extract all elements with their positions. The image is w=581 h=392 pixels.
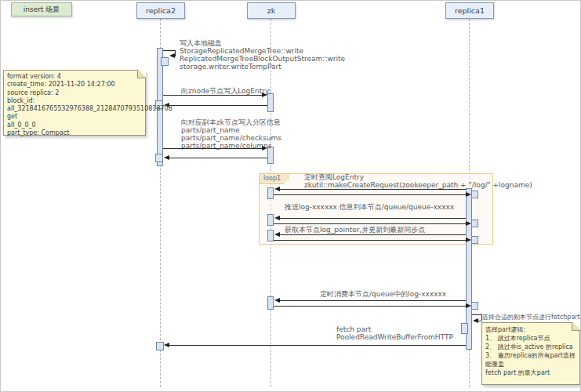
arrowhead-left-icon [274,298,280,303]
msg-push-line [280,218,466,219]
arrowhead-left-icon [164,155,169,160]
arrowhead-right-icon [466,238,471,242]
arrowhead-left-icon [164,343,169,347]
msg-select-line [472,314,481,315]
msg-pointer-return [274,240,466,241]
msg-consume-line [280,300,466,301]
message-write-partition-info: 向对应副本zk节点写入分区信息 parts/part_name parts/pa… [181,118,281,150]
note-line: all_0_0_0 [7,122,142,129]
activation-replica1-nested2 [471,220,478,227]
message-write-local-disk: 写入本地磁盘 StorageReplicatedMergeTree::write… [180,39,345,71]
msg-select-bend [481,314,482,321]
message-line: storage.writer.writeTempPart [180,63,345,71]
participant-replica2: replica2 [136,2,185,19]
arrowhead-left-icon [274,232,280,237]
message-line: zkutil::makeCreateRequest(zookeeper_path… [304,181,532,189]
note-part-metadata: format version: 4 create_time: 2021-11-2… [3,70,146,136]
note-line: source replica: 2 [7,89,142,97]
participant-zk: zk [247,2,296,19]
msg-write-local-bend [175,50,176,56]
message-fetch-part: fetch part PooledReadWriteBufferFromHTTP [336,325,453,341]
msg-consume-return [274,306,466,307]
message-line: 向对应副本zk节点写入分区信息 [181,118,281,126]
activation-replica2-return2 [155,154,163,162]
note-line: block_id: [7,97,142,105]
note-fold-icon [137,70,146,78]
msg-fetch-line [169,345,466,346]
message-write-log-entry: 向znode节点写入LogEntry: [181,87,271,95]
note-line: create_time: 2021-11-20 14:27:00 [7,81,142,89]
arrowhead-left-icon [274,187,280,191]
message-consume-log: 定时消费本节点/queue中的log-xxxxxx [320,290,446,298]
note-line: part_type: Compact [7,129,142,137]
message-line: PooledReadWriteBufferFromHTTP [336,333,453,341]
message-line: fetch part [336,325,453,333]
message-line: StorageReplicatedMergeTree::write [180,47,345,55]
arrowhead-right-icon [466,303,471,308]
msg-poll-line [280,189,466,190]
msg-push-return [274,223,466,224]
note-fold-icon [572,322,580,331]
msg-log-entry-line [163,95,262,96]
message-line: 写入本地磁盘 [180,39,345,47]
note-line: get [7,113,142,121]
activation-replica2-self [161,57,169,66]
scene-title-box: insert 场景 [11,2,72,16]
message-line: parts/part_name/checksums [181,134,281,142]
note-select-part-logic: 选择part逻辑: 1、 跳过本replica节点 2、 跳过非is_activ… [481,322,580,385]
activation-replica1-nested1 [471,191,478,198]
activation-zk-6 [267,296,274,310]
message-line: parts/part_name [181,126,281,134]
arrowhead-left-icon [274,216,280,220]
note-line: fetch part 的最大part [485,368,576,377]
msg-write-local-line [163,50,175,51]
arrowhead-right-icon [466,192,471,197]
arrowhead-left-icon [473,318,478,323]
msg-select-return [478,321,481,321]
message-poll-log-entry: 定时查阅LogEntry zkutil::makeCreateRequest(z… [304,173,532,189]
note-line: format version: 4 [7,73,142,81]
message-select-replica: 选择合适的副本节点进行fetchpart [482,314,580,321]
arrowhead-right-icon [262,93,267,97]
message-line: 定时查阅LogEntry [304,173,532,181]
activation-zk-1 [267,93,274,112]
activation-replica2-fetch [156,342,164,350]
arrowhead-left-icon [169,53,175,58]
activation-zk-5 [267,230,274,241]
msg-poll-return [274,194,466,195]
note-line: all_3218416765532976388_2128470793510818… [7,105,142,113]
message-line: ReplicatedMergeTreeBlockOutputStream::wr… [180,55,345,63]
message-push-log: 推送log-xxxxxx 信息到本节点/queue/queue-xxxxx [285,203,454,211]
activation-zk-4 [267,214,274,226]
note-line: 选择part逻辑: [485,325,576,334]
activation-replica1-self [461,323,468,334]
activation-zk-3 [267,187,274,199]
sequence-diagram: loop1 写入本地磁盘 StorageReplicatedMergeTree:… [0,0,581,392]
note-line: 1、 跳过本replica节点 [485,334,576,343]
activation-replica1-nested4 [471,302,478,310]
note-line: 2、 跳过非is_active 的replica [485,343,576,351]
participant-replica1: replica1 [445,2,494,19]
msg-pointer-line [280,234,466,235]
activation-replica1-nested3 [471,236,478,244]
arrowhead-right-icon [466,221,471,226]
loop-label: loop1 [259,173,289,184]
msg-partition-line [163,148,262,149]
arrowhead-right-icon [262,146,267,151]
note-line: 3、 遍历replica的所有part选择能覆盖 [485,351,576,368]
msg-log-entry-return [169,105,267,106]
message-get-log-pointer: 获取本节点log_pointer,并更新到最新同步点 [285,226,425,234]
msg-partition-return [169,158,267,158]
